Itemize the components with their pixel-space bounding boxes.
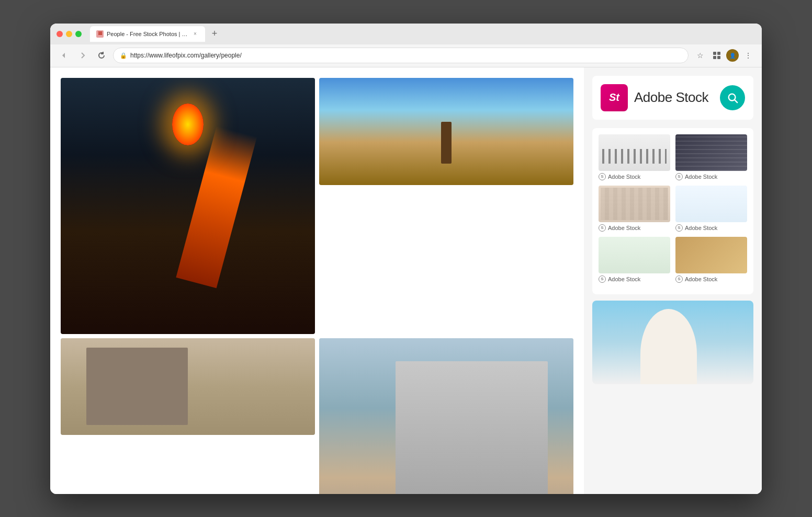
- title-bar: 🖼 People - Free Stock Photos | L... × +: [50, 24, 762, 44]
- bottom-adobe-photo[interactable]: [592, 301, 753, 384]
- minimize-window-button[interactable]: [66, 31, 72, 37]
- browser-window: 🖼 People - Free Stock Photos | L... × + …: [50, 24, 762, 494]
- page-content: St Adobe Stock: [50, 67, 762, 494]
- adobe-label-1: S Adobe Stock: [599, 173, 670, 180]
- user-avatar[interactable]: 👤: [726, 49, 739, 62]
- menu-button[interactable]: ⋮: [741, 48, 755, 63]
- gallery-container: St Adobe Stock: [50, 67, 762, 494]
- photo-building-image: [61, 338, 315, 435]
- adobe-item-5[interactable]: S Adobe Stock: [599, 237, 670, 283]
- photo-field-image: [319, 78, 573, 185]
- adobe-thumb-birds: [599, 237, 670, 273]
- adobe-thumb-crowd2: [675, 237, 747, 273]
- adobe-row-3: S Adobe Stock S Adobe Stock: [599, 237, 747, 283]
- tab-close-button[interactable]: ×: [191, 30, 199, 38]
- adobe-s-icon-6: S: [675, 275, 683, 283]
- forward-button[interactable]: [75, 48, 90, 63]
- adobe-label-3: S Adobe Stock: [599, 224, 670, 232]
- photo-field-card[interactable]: [319, 78, 573, 185]
- adobe-s-icon-1: S: [599, 173, 606, 180]
- svg-rect-2: [713, 56, 716, 59]
- adobe-label-4: S Adobe Stock: [675, 224, 747, 232]
- main-gallery: [50, 67, 584, 494]
- adobe-label-text-4: Adobe Stock: [685, 225, 717, 231]
- active-tab[interactable]: 🖼 People - Free Stock Photos | L... ×: [90, 26, 205, 42]
- svg-line-5: [735, 100, 737, 102]
- adobe-s-icon-4: S: [675, 224, 683, 232]
- close-window-button[interactable]: [57, 31, 63, 37]
- adobe-logo: St: [601, 84, 628, 111]
- adobe-label-text-5: Adobe Stock: [608, 276, 640, 282]
- adobe-thumb-walkers: [599, 134, 670, 171]
- bookmark-button[interactable]: ☆: [693, 48, 707, 63]
- adobe-s-icon-3: S: [599, 224, 606, 232]
- adobe-brand-name: Adobe Stock: [634, 89, 708, 106]
- adobe-stock-banner[interactable]: St Adobe Stock: [592, 76, 753, 120]
- traffic-lights: [57, 31, 82, 37]
- photo-torch-card[interactable]: [61, 78, 315, 334]
- adobe-item-6[interactable]: S Adobe Stock: [675, 237, 747, 283]
- adobe-search-button[interactable]: [720, 85, 745, 110]
- adobe-label-text-2: Adobe Stock: [685, 174, 717, 180]
- adobe-row-2: S Adobe Stock S Adobe Stock: [599, 186, 747, 232]
- adobe-item-4[interactable]: S Adobe Stock: [675, 186, 747, 232]
- photo-urban-image: [319, 338, 573, 494]
- adobe-s-icon-5: S: [599, 275, 606, 283]
- adobe-label-text-6: Adobe Stock: [685, 276, 717, 282]
- maximize-window-button[interactable]: [75, 31, 82, 37]
- tab-bar: 🖼 People - Free Stock Photos | L... × +: [90, 26, 755, 42]
- adobe-label-5: S Adobe Stock: [599, 275, 670, 283]
- back-button[interactable]: [57, 48, 71, 63]
- sidebar: St Adobe Stock: [584, 67, 762, 494]
- adobe-s-icon-2: S: [675, 173, 683, 180]
- photo-building-card[interactable]: [61, 338, 315, 435]
- search-icon: [727, 92, 738, 104]
- adobe-item-2[interactable]: S Adobe Stock: [675, 134, 747, 180]
- svg-rect-1: [717, 52, 720, 55]
- tab-title: People - Free Stock Photos | L...: [107, 31, 188, 37]
- adobe-label-text-3: Adobe Stock: [608, 225, 640, 231]
- adobe-label-6: S Adobe Stock: [675, 275, 747, 283]
- url-text: https://www.lifeofpix.com/gallery/people…: [130, 52, 682, 59]
- nav-actions: ☆ 👤 ⋮: [693, 48, 755, 63]
- adobe-label-2: S Adobe Stock: [675, 173, 747, 180]
- svg-rect-3: [717, 56, 720, 59]
- adobe-item-3[interactable]: S Adobe Stock: [599, 186, 670, 232]
- adobe-stock-grid: S Adobe Stock S Adobe Stock: [592, 128, 753, 294]
- adobe-label-text-1: Adobe Stock: [608, 174, 640, 180]
- svg-rect-0: [713, 52, 716, 55]
- nav-bar: 🔒 https://www.lifeofpix.com/gallery/peop…: [50, 44, 762, 67]
- reload-button[interactable]: [94, 48, 109, 63]
- new-tab-button[interactable]: +: [207, 27, 222, 41]
- adobe-thumb-people-group: [675, 186, 747, 222]
- adobe-thumb-crowd: [675, 134, 747, 171]
- adobe-thumb-faces: [599, 186, 670, 222]
- photo-torch-image: [61, 78, 315, 334]
- extensions-button[interactable]: [709, 48, 724, 63]
- adobe-row-1: S Adobe Stock S Adobe Stock: [599, 134, 747, 180]
- secure-lock-icon: 🔒: [120, 52, 127, 59]
- address-bar[interactable]: 🔒 https://www.lifeofpix.com/gallery/peop…: [113, 48, 689, 63]
- photo-urban-card[interactable]: [319, 338, 573, 494]
- tab-favicon-icon: 🖼: [96, 30, 104, 38]
- adobe-item-1[interactable]: S Adobe Stock: [599, 134, 670, 180]
